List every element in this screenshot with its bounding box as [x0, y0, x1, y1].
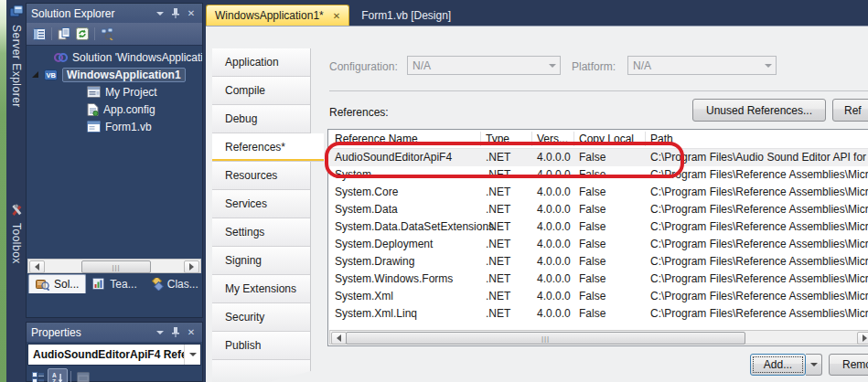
- chevron-down-icon: [810, 363, 818, 366]
- cell-name: System.Data: [335, 201, 398, 218]
- configuration-combobox: N/A: [407, 56, 561, 75]
- tree-item-solution-windowsapplicatio[interactable]: Solution 'WindowsApplicatio: [27, 48, 202, 66]
- cell-type: .NET: [486, 288, 510, 305]
- pin-icon: [172, 8, 179, 18]
- cell-version: 4.0.0.0: [537, 288, 571, 305]
- reference-paths-button[interactable]: Ref: [832, 99, 868, 122]
- designer-tab-signing[interactable]: Signing: [212, 247, 310, 275]
- toolbar-separator: [94, 27, 95, 40]
- reference-row-system-xml-linq[interactable]: System.Xml.Linq.NET4.0.0.0FalseC:\Progra…: [328, 305, 868, 323]
- vs2010-window: Server Explorer Toolbox Solution Explore…: [0, 0, 868, 382]
- references-label: References:: [329, 106, 389, 119]
- solution-tree[interactable]: Solution 'WindowsApplicatioVBWindowsAppl…: [27, 46, 202, 259]
- cell-copy_local: False: [579, 271, 605, 288]
- categorized-icon[interactable]: [29, 369, 48, 382]
- designer-tab-compile[interactable]: Compile: [212, 77, 310, 105]
- reference-row-system-windows-forms[interactable]: System.Windows.Forms.NET4.0.0.0FalseC:\P…: [328, 271, 868, 288]
- scroll-right-arrow[interactable]: [184, 260, 199, 273]
- panel-tab-label: Clas...: [167, 278, 198, 291]
- team-explorer-tab-icon: [92, 278, 106, 291]
- add-reference-button[interactable]: Add...: [750, 354, 806, 376]
- combo-dropdown-button[interactable]: [184, 345, 200, 365]
- document-tab-strip: WindowsApplication1* ✕ Form1.vb [Design]: [206, 3, 459, 26]
- object-selector-combobox[interactable]: AudioSoundEditorApiF4 Refe: [27, 344, 201, 366]
- window-menu-button[interactable]: [154, 326, 166, 339]
- cell-copy_local: False: [579, 218, 605, 236]
- pin-icon: [172, 327, 179, 337]
- platform-value: N/A: [633, 59, 651, 72]
- solution-tree-hscrollbar[interactable]: |||: [27, 259, 201, 273]
- solution-explorer-titlebar[interactable]: Solution Explorer ✕: [27, 4, 202, 23]
- unused-references-button[interactable]: Unused References...: [692, 99, 826, 122]
- window-menu-button[interactable]: [154, 7, 166, 20]
- scroll-right-arrow[interactable]: [857, 332, 868, 345]
- property-pages-icon: [74, 369, 92, 382]
- scrollbar-thumb[interactable]: |||: [81, 260, 151, 273]
- panel-tab-clas[interactable]: Clas...: [144, 275, 205, 293]
- document-tab-label: WindowsApplication1*: [215, 9, 324, 22]
- pin-button[interactable]: [169, 7, 182, 20]
- scroll-left-arrow[interactable]: [331, 332, 347, 345]
- designer-tab-services[interactable]: Services: [212, 190, 310, 218]
- document-well: WindowsApplication1* ✕ Form1.vb [Design]…: [206, 0, 868, 382]
- annotation-red-oval: [325, 142, 684, 178]
- pin-button[interactable]: [169, 326, 182, 339]
- tree-item-form1-vb[interactable]: Form1.vb: [27, 118, 202, 135]
- reference-row-system-data[interactable]: System.Data.NET4.0.0.0FalseC:\Program Fi…: [328, 201, 868, 218]
- designer-tab-security[interactable]: Security: [212, 303, 310, 332]
- designer-tab-references-[interactable]: References*: [212, 133, 324, 162]
- reference-row-system-drawing[interactable]: System.Drawing.NET4.0.0.0FalseC:\Program…: [328, 253, 868, 271]
- designer-tab-resources[interactable]: Resources: [212, 162, 310, 190]
- references-hscrollbar[interactable]: |||: [329, 330, 868, 345]
- cell-version: 4.0.0.0: [537, 201, 571, 218]
- properties-toolbar: AZ: [27, 366, 202, 382]
- remove-reference-button[interactable]: Remove: [829, 354, 868, 376]
- tab-windowsapplication1[interactable]: WindowsApplication1* ✕: [206, 5, 349, 26]
- panel-tab-sol[interactable]: Sol...: [28, 274, 86, 293]
- cell-version: 4.0.0.0: [537, 305, 571, 323]
- designer-tab-debug[interactable]: Debug: [212, 105, 310, 133]
- panel-tab-tea[interactable]: Tea...: [86, 275, 143, 293]
- close-button[interactable]: ✕: [185, 7, 198, 20]
- close-icon[interactable]: ✕: [333, 11, 340, 21]
- scroll-left-arrow[interactable]: [29, 260, 45, 273]
- close-button[interactable]: ✕: [185, 326, 198, 339]
- reference-row-system-deployment[interactable]: System.Deployment.NET4.0.0.0FalseC:\Prog…: [328, 236, 868, 253]
- close-icon: ✕: [188, 8, 195, 18]
- sidebar-tab-toolbox[interactable]: Toolbox: [6, 198, 26, 322]
- add-reference-dropdown[interactable]: [806, 354, 822, 376]
- designer-tab-my-extensions[interactable]: My Extensions: [212, 275, 310, 303]
- cell-version: 4.0.0.0: [537, 253, 571, 271]
- cell-copy_local: False: [579, 288, 605, 305]
- toolbar-separator: [51, 27, 52, 40]
- chevron-down-icon: [156, 12, 164, 16]
- alphabetical-sort-icon[interactable]: AZ: [48, 368, 68, 382]
- reference-row-system-data-datasetextensions[interactable]: System.Data.DataSetExtensions.NET4.0.0.0…: [328, 218, 868, 236]
- panel-title-text: Properties: [31, 326, 81, 339]
- scrollbar-thumb[interactable]: |||: [346, 332, 745, 345]
- tree-item-my-project[interactable]: My Project: [27, 83, 202, 101]
- reference-row-system-xml[interactable]: System.Xml.NET4.0.0.0FalseC:\Program Fil…: [328, 288, 868, 305]
- sidebar-tab-server-explorer[interactable]: Server Explorer: [6, 0, 26, 198]
- properties-window-icon[interactable]: [30, 26, 48, 42]
- tree-expander-icon[interactable]: [32, 71, 38, 78]
- svg-text:VB: VB: [47, 71, 57, 80]
- vb-project-icon: VB: [44, 69, 58, 81]
- tree-item-app-config[interactable]: App.config: [27, 101, 202, 118]
- designer-tab-publish[interactable]: Publish: [212, 332, 310, 360]
- view-class-diagram-icon[interactable]: [98, 26, 116, 42]
- cell-name: System.Windows.Forms: [335, 271, 453, 288]
- tree-item-windowsapplication1[interactable]: VBWindowsApplication1: [27, 66, 202, 83]
- refresh-icon[interactable]: [73, 26, 91, 42]
- tab-form1-design[interactable]: Form1.vb [Design]: [353, 5, 459, 26]
- app-config-icon: [87, 103, 99, 116]
- panel-title-text: Solution Explorer: [31, 7, 114, 20]
- designer-tab-settings[interactable]: Settings: [212, 218, 310, 247]
- autohide-tab-strip: Server Explorer Toolbox: [6, 0, 26, 382]
- cell-name: System.Xml: [335, 288, 393, 305]
- designer-tab-application[interactable]: Application: [212, 48, 310, 77]
- reference-row-system-core[interactable]: System.Core.NET4.0.0.0FalseC:\Program Fi…: [328, 184, 868, 201]
- show-all-files-icon[interactable]: [55, 26, 73, 42]
- tree-item-label: WindowsApplication1: [62, 68, 186, 82]
- properties-titlebar[interactable]: Properties ✕: [27, 323, 202, 342]
